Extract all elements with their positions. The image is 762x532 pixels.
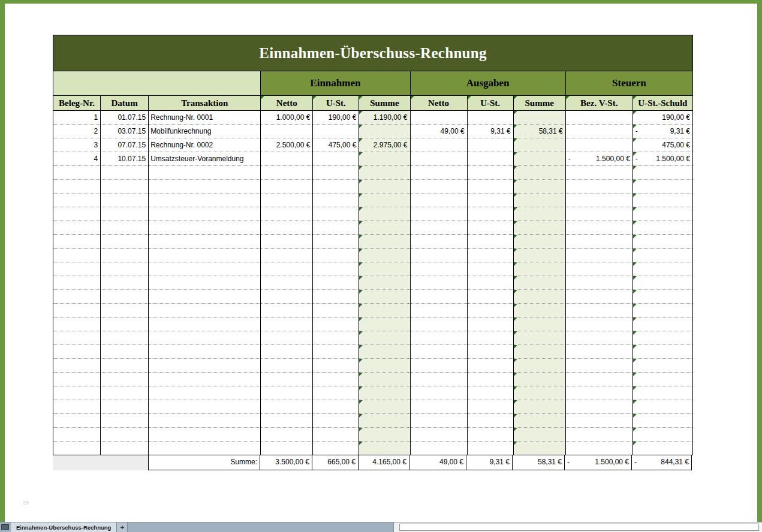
- cell[interactable]: [149, 276, 261, 290]
- cell[interactable]: [53, 400, 101, 414]
- cell[interactable]: [513, 166, 565, 180]
- cell[interactable]: [261, 235, 313, 249]
- cell[interactable]: [467, 262, 513, 276]
- cell[interactable]: [633, 331, 692, 345]
- cell[interactable]: [410, 428, 467, 442]
- cell[interactable]: [513, 318, 565, 331]
- cell[interactable]: [513, 331, 565, 345]
- cell[interactable]: [261, 304, 313, 318]
- cell[interactable]: [565, 249, 633, 262]
- cell[interactable]: [149, 359, 261, 373]
- cell[interactable]: [565, 345, 633, 359]
- cell[interactable]: [513, 276, 565, 290]
- cell[interactable]: [101, 221, 149, 235]
- cell[interactable]: [101, 442, 149, 455]
- cell[interactable]: [359, 207, 410, 221]
- cell[interactable]: [633, 262, 692, 276]
- cell[interactable]: [565, 442, 633, 455]
- cell[interactable]: [101, 262, 149, 276]
- cell[interactable]: [565, 166, 633, 180]
- cell[interactable]: [313, 359, 359, 373]
- cell[interactable]: [467, 249, 513, 262]
- cell[interactable]: [410, 331, 467, 345]
- cell[interactable]: [633, 442, 692, 455]
- cell[interactable]: [313, 345, 359, 359]
- cell[interactable]: [633, 373, 692, 386]
- cell[interactable]: [410, 180, 467, 194]
- cell[interactable]: [565, 221, 633, 235]
- cell[interactable]: [467, 235, 513, 249]
- cell[interactable]: [513, 138, 565, 152]
- cell[interactable]: [53, 331, 101, 345]
- cell[interactable]: [101, 428, 149, 442]
- cell[interactable]: [313, 373, 359, 386]
- cell[interactable]: [513, 386, 565, 400]
- cell[interactable]: [565, 331, 633, 345]
- cell[interactable]: [101, 331, 149, 345]
- cell[interactable]: [633, 235, 692, 249]
- cell[interactable]: [359, 442, 410, 455]
- cell[interactable]: [149, 304, 261, 318]
- cell[interactable]: [101, 359, 149, 373]
- cell[interactable]: [359, 249, 410, 262]
- cell[interactable]: [410, 400, 467, 414]
- cell[interactable]: [410, 138, 467, 152]
- cell[interactable]: [261, 180, 313, 194]
- cell[interactable]: -9,31 €: [633, 125, 692, 138]
- cell[interactable]: 1.000,00 €: [261, 111, 313, 125]
- cell[interactable]: [513, 262, 565, 276]
- cell[interactable]: [261, 194, 313, 207]
- cell[interactable]: 2.975,00 €: [359, 138, 410, 152]
- cell[interactable]: [149, 194, 261, 207]
- cell[interactable]: [565, 304, 633, 318]
- cell[interactable]: [359, 373, 410, 386]
- cell[interactable]: [313, 276, 359, 290]
- cell[interactable]: [261, 428, 313, 442]
- cell[interactable]: [410, 290, 467, 304]
- cell[interactable]: [565, 428, 633, 442]
- cell[interactable]: [410, 221, 467, 235]
- cell[interactable]: [410, 276, 467, 290]
- cell[interactable]: [53, 276, 101, 290]
- cell[interactable]: 03.07.15: [101, 125, 149, 138]
- cell[interactable]: [149, 180, 261, 194]
- cell[interactable]: [359, 221, 410, 235]
- cell[interactable]: Umsatzsteuer-Voranmeldung: [149, 152, 261, 166]
- cell[interactable]: [359, 235, 410, 249]
- cell[interactable]: [359, 345, 410, 359]
- cell[interactable]: [101, 386, 149, 400]
- cell[interactable]: [313, 180, 359, 194]
- cell[interactable]: [101, 166, 149, 180]
- cell[interactable]: [467, 180, 513, 194]
- cell[interactable]: [467, 428, 513, 442]
- cell[interactable]: [633, 249, 692, 262]
- cell[interactable]: [565, 138, 633, 152]
- cell[interactable]: [53, 442, 101, 455]
- cell[interactable]: [261, 249, 313, 262]
- cell[interactable]: 1.190,00 €: [359, 111, 410, 125]
- cell[interactable]: [101, 180, 149, 194]
- cell[interactable]: 2.500,00 €: [261, 138, 313, 152]
- sheet-tab-active[interactable]: Einnahmen-Überschuss-Rechnung: [11, 522, 117, 532]
- cell[interactable]: [53, 180, 101, 194]
- cell[interactable]: [53, 414, 101, 428]
- cell[interactable]: 01.07.15: [101, 111, 149, 125]
- cell[interactable]: [513, 152, 565, 166]
- cell[interactable]: 58,31 €: [513, 125, 565, 138]
- cell[interactable]: [565, 276, 633, 290]
- cell[interactable]: [513, 111, 565, 125]
- cell[interactable]: [101, 290, 149, 304]
- cell[interactable]: [410, 249, 467, 262]
- cell[interactable]: [565, 235, 633, 249]
- cell[interactable]: [467, 207, 513, 221]
- cell[interactable]: [633, 180, 692, 194]
- cell[interactable]: [53, 304, 101, 318]
- cell[interactable]: [313, 235, 359, 249]
- cell[interactable]: [359, 180, 410, 194]
- cell[interactable]: [101, 414, 149, 428]
- cell[interactable]: [633, 345, 692, 359]
- cell[interactable]: [359, 194, 410, 207]
- cell[interactable]: [101, 345, 149, 359]
- cell[interactable]: 10.07.15: [101, 152, 149, 166]
- cell[interactable]: [53, 345, 101, 359]
